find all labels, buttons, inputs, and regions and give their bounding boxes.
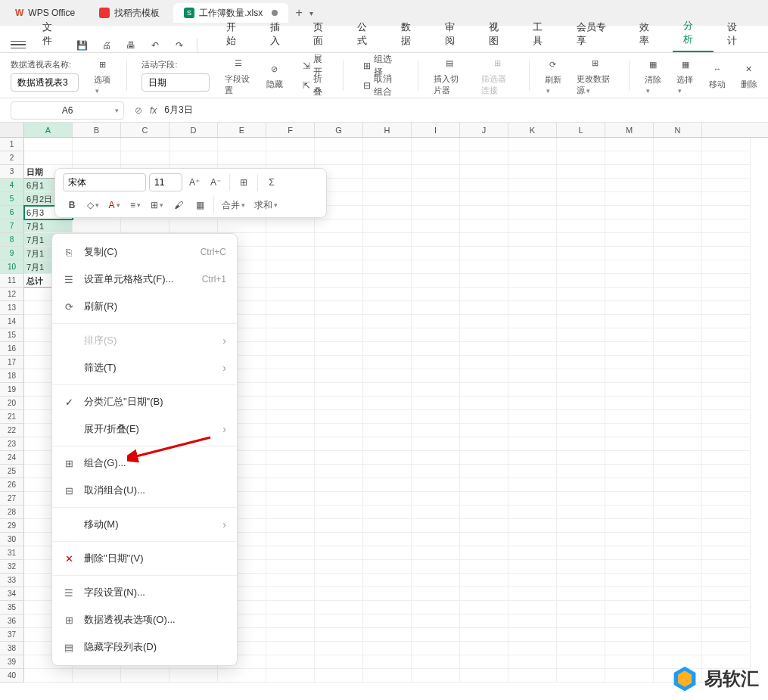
cell[interactable]: [654, 587, 702, 601]
redo-icon[interactable]: ↷: [173, 39, 186, 52]
cm-hide-fieldlist[interactable]: ▤ 隐藏字段列表(D): [52, 633, 237, 661]
menu-design[interactable]: 设计: [717, 16, 757, 52]
cell[interactable]: [605, 560, 654, 574]
row-header[interactable]: 15: [0, 328, 24, 342]
cell[interactable]: [412, 669, 460, 683]
row-header[interactable]: 21: [0, 410, 24, 424]
cell[interactable]: [412, 519, 460, 533]
row-header[interactable]: 38: [0, 642, 24, 655]
col-header-G[interactable]: G: [315, 123, 363, 137]
fx-icon[interactable]: fx: [150, 105, 157, 116]
cell[interactable]: [605, 410, 654, 424]
cell[interactable]: [266, 260, 315, 274]
cell[interactable]: [654, 560, 702, 574]
row-header[interactable]: 24: [0, 451, 24, 465]
cell[interactable]: [460, 356, 508, 369]
cell[interactable]: [702, 601, 751, 614]
cell[interactable]: [508, 356, 557, 369]
cell[interactable]: [508, 274, 557, 288]
row-header[interactable]: 30: [0, 533, 24, 546]
cell[interactable]: [315, 151, 363, 165]
row-header[interactable]: 27: [0, 492, 24, 506]
cell[interactable]: [412, 546, 460, 560]
cell[interactable]: [412, 492, 460, 506]
cell[interactable]: [702, 315, 751, 328]
cell[interactable]: [121, 151, 169, 165]
cell[interactable]: [702, 342, 751, 356]
cell[interactable]: [73, 669, 121, 683]
mini-fontsize-select[interactable]: [149, 173, 182, 191]
cell[interactable]: [315, 519, 363, 533]
row-header[interactable]: 22: [0, 424, 24, 437]
cell[interactable]: [460, 233, 508, 247]
cell[interactable]: [412, 233, 460, 247]
cell[interactable]: [363, 546, 412, 560]
cell[interactable]: [460, 151, 508, 165]
cell[interactable]: [266, 560, 315, 574]
row-header[interactable]: 37: [0, 628, 24, 642]
menu-page[interactable]: 页面: [303, 16, 344, 52]
cell[interactable]: [654, 410, 702, 424]
sum-dropdown[interactable]: 求和: [251, 196, 281, 214]
cell[interactable]: [605, 151, 654, 165]
cell[interactable]: [557, 574, 605, 587]
cell[interactable]: [508, 179, 557, 192]
cell[interactable]: [121, 138, 169, 151]
cell[interactable]: [557, 642, 605, 655]
cell[interactable]: [654, 315, 702, 328]
cell[interactable]: [557, 533, 605, 546]
format-painter-icon[interactable]: 🖌: [169, 196, 188, 214]
cell[interactable]: [460, 383, 508, 397]
cell[interactable]: [654, 288, 702, 301]
file-menu[interactable]: 文件: [32, 16, 73, 52]
row-header[interactable]: 23: [0, 437, 24, 451]
increase-font-icon[interactable]: A⁺: [185, 173, 204, 191]
cell[interactable]: [412, 533, 460, 546]
cell[interactable]: [557, 451, 605, 465]
cell[interactable]: [508, 465, 557, 478]
row-header[interactable]: 9: [0, 247, 24, 260]
cell[interactable]: [460, 669, 508, 683]
cell[interactable]: [412, 151, 460, 165]
cell[interactable]: [557, 206, 605, 219]
cell[interactable]: [557, 601, 605, 614]
cell[interactable]: [702, 492, 751, 506]
cell[interactable]: [460, 192, 508, 206]
cell[interactable]: [557, 560, 605, 574]
cell[interactable]: [654, 383, 702, 397]
cell[interactable]: [654, 356, 702, 369]
cell[interactable]: [218, 151, 266, 165]
ribbon-collapse[interactable]: ⇱折叠: [298, 76, 328, 95]
cell[interactable]: [557, 655, 605, 669]
cell[interactable]: [654, 260, 702, 274]
cell[interactable]: [315, 560, 363, 574]
cell[interactable]: [412, 424, 460, 437]
cell[interactable]: [460, 506, 508, 519]
cell[interactable]: [315, 574, 363, 587]
menu-tools[interactable]: 工具: [522, 16, 563, 52]
cell[interactable]: [702, 233, 751, 247]
cell[interactable]: [460, 342, 508, 356]
cell[interactable]: [557, 260, 605, 274]
menu-view[interactable]: 视图: [478, 16, 519, 52]
cell[interactable]: [460, 288, 508, 301]
cell[interactable]: [508, 437, 557, 451]
cell[interactable]: [557, 179, 605, 192]
cell[interactable]: [508, 424, 557, 437]
cell[interactable]: [508, 478, 557, 492]
cell[interactable]: [412, 288, 460, 301]
cell[interactable]: [460, 601, 508, 614]
select-all-corner[interactable]: [0, 123, 24, 137]
row-header[interactable]: 40: [0, 669, 24, 683]
cell[interactable]: [557, 274, 605, 288]
cell[interactable]: [605, 655, 654, 669]
print-preview-icon[interactable]: 🖶: [124, 39, 138, 52]
cell[interactable]: [557, 356, 605, 369]
ribbon-delete[interactable]: ✕ 删除: [741, 61, 757, 90]
cell[interactable]: [508, 492, 557, 506]
cell[interactable]: [557, 478, 605, 492]
cell[interactable]: [412, 138, 460, 151]
pivot-name-input[interactable]: [11, 73, 79, 92]
ribbon-change-source[interactable]: ⊞ 更改数据源: [577, 55, 614, 96]
cell[interactable]: [460, 478, 508, 492]
